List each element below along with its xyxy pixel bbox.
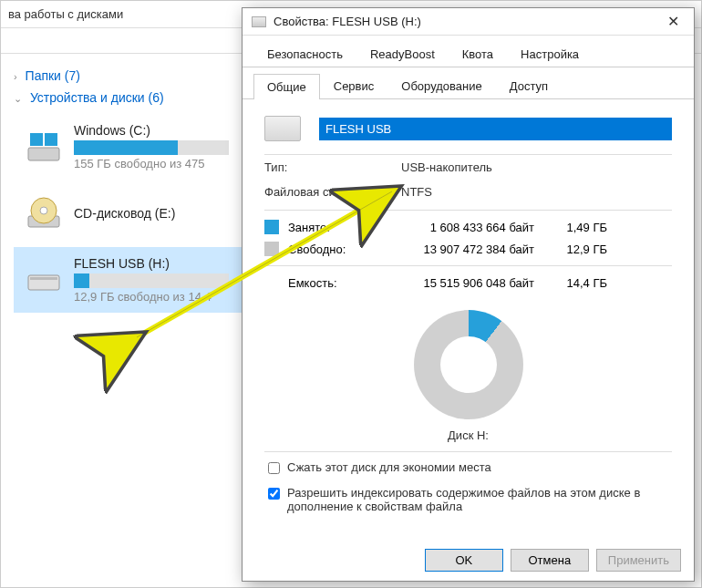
tab-security[interactable]: Безопасность bbox=[253, 41, 356, 67]
capacity-gb: 14,4 ГБ bbox=[534, 276, 607, 290]
explorer-title: ва работы с дисками bbox=[8, 7, 123, 21]
chevron-down-icon: ⌄ bbox=[14, 93, 22, 104]
free-gb: 12,9 ГБ bbox=[534, 242, 607, 256]
used-label: Занято: bbox=[288, 221, 388, 234]
tab-hardware[interactable]: Оборудование bbox=[387, 73, 495, 98]
apply-button[interactable]: Применить bbox=[596, 549, 681, 572]
svg-rect-2 bbox=[45, 133, 57, 146]
tabs-row-1: Безопасность ReadyBoost Квота Настройка bbox=[243, 36, 694, 67]
index-label: Разрешить индексировать содержимое файло… bbox=[287, 486, 672, 513]
svg-rect-7 bbox=[30, 277, 57, 280]
tab-general[interactable]: Общие bbox=[253, 74, 320, 99]
dialog-title: Свойства: FLESH USB (H:) bbox=[274, 15, 662, 28]
drive-icon bbox=[252, 16, 266, 27]
tabs-row-2: Общие Сервис Оборудование Доступ bbox=[243, 67, 694, 99]
used-gb: 1,49 ГБ bbox=[534, 221, 607, 234]
tab-sharing[interactable]: Доступ bbox=[496, 73, 562, 98]
drive-usage-bar bbox=[74, 140, 229, 155]
capacity-bytes: 15 515 906 048 байт bbox=[388, 276, 534, 290]
properties-dialog: Свойства: FLESH USB (H:) ✕ Безопасность … bbox=[242, 7, 695, 582]
svg-rect-1 bbox=[30, 133, 43, 146]
close-icon[interactable]: ✕ bbox=[662, 13, 685, 30]
tab-general-content: Тип: USB-накопитель Файловая система: NT… bbox=[243, 99, 694, 531]
pie-label: Диск H: bbox=[448, 428, 489, 442]
chevron-right-icon: › bbox=[14, 71, 17, 82]
drive-name-input[interactable] bbox=[319, 118, 672, 140]
filesystem-value: NTFS bbox=[401, 185, 672, 199]
dialog-titlebar[interactable]: Свойства: FLESH USB (H:) ✕ bbox=[243, 8, 694, 36]
svg-rect-0 bbox=[28, 148, 59, 160]
nav-devices-label: Устройства и диски (6) bbox=[30, 90, 164, 105]
used-swatch bbox=[264, 220, 279, 234]
free-bytes: 13 907 472 384 байт bbox=[388, 242, 534, 256]
svg-point-5 bbox=[40, 207, 47, 214]
capacity-label: Емкость: bbox=[288, 276, 388, 290]
index-checkbox[interactable] bbox=[268, 488, 280, 500]
free-label: Свободно: bbox=[288, 242, 388, 256]
cd-drive-icon bbox=[25, 194, 63, 232]
cancel-button[interactable]: Отмена bbox=[511, 549, 589, 572]
free-swatch bbox=[264, 242, 279, 256]
nav-folders-label: Папки (7) bbox=[26, 68, 80, 83]
usage-pie-chart bbox=[414, 310, 523, 419]
compress-checkbox-row[interactable]: Сжать этот диск для экономии места bbox=[264, 456, 672, 481]
ok-button[interactable]: OK bbox=[425, 549, 503, 572]
type-value: USB-накопитель bbox=[401, 160, 672, 174]
tab-quota[interactable]: Квота bbox=[449, 41, 507, 67]
compress-checkbox[interactable] bbox=[268, 462, 280, 474]
drive-usage-bar bbox=[74, 273, 229, 288]
type-label: Тип: bbox=[264, 160, 401, 174]
drive-hdd-icon bbox=[25, 128, 63, 166]
tab-settings[interactable]: Настройка bbox=[507, 41, 593, 67]
usb-drive-icon bbox=[25, 261, 63, 299]
used-bytes: 1 608 433 664 байт bbox=[388, 221, 534, 234]
tab-readyboost[interactable]: ReadyBoost bbox=[356, 41, 449, 67]
drive-icon bbox=[264, 116, 301, 141]
tab-service[interactable]: Сервис bbox=[320, 73, 388, 98]
capacity-spacer bbox=[264, 275, 279, 290]
index-checkbox-row[interactable]: Разрешить индексировать содержимое файло… bbox=[264, 481, 672, 518]
filesystem-label: Файловая система: bbox=[264, 185, 401, 199]
compress-label: Сжать этот диск для экономии места bbox=[287, 460, 491, 474]
